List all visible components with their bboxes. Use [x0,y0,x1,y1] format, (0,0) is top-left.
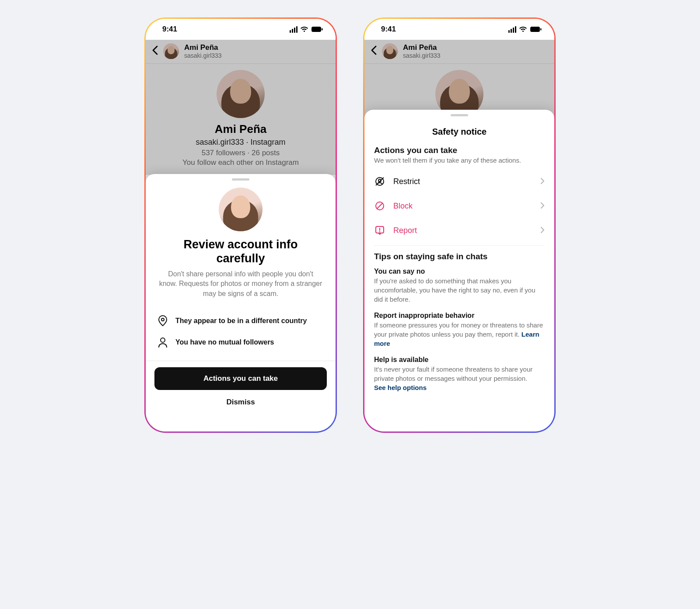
block-label: Block [393,202,532,211]
dismiss-button[interactable]: Dismiss [154,390,327,409]
review-sheet: Review account info carefully Don't shar… [146,174,336,432]
actions-section: Actions you can take We won't tell them … [364,146,554,392]
report-label: Report [393,226,532,235]
sheet-grabber[interactable] [451,114,468,116]
profile-block: Ami Peña sasaki.girl333 · Instagram 537 … [146,64,336,175]
status-bar: 9:41 [364,19,554,40]
tip-body: If you're asked to do something that mak… [374,276,545,304]
tip-title: You can say no [374,268,545,275]
phone-left: 9:41 Ami Peña sasaki.girl333 [144,17,337,433]
fact-text: You have no mutual followers [175,338,274,346]
cellular-icon [508,26,516,33]
profile-display-name: Ami Peña [154,122,328,136]
person-icon [157,337,168,348]
svg-rect-1 [322,28,323,31]
header-text[interactable]: Ami Peña sasaki.girl333 [403,43,441,59]
fact-row-location: They appear to be in a different country [157,310,324,332]
chat-header: Ami Peña sasaki.girl333 [364,40,554,64]
tip-say-no: You can say no If you're asked to do som… [374,268,545,304]
back-icon[interactable] [152,45,158,57]
back-icon[interactable] [371,45,377,57]
phone-right: 9:41 Ami Peña sasaki.girl333 [363,17,556,433]
svg-point-3 [161,338,165,342]
see-help-link[interactable]: See help options [374,384,427,391]
header-display-name: Ami Peña [403,43,441,52]
svg-point-2 [161,318,164,321]
chat-header: Ami Peña sasaki.girl333 [146,40,336,64]
status-time: 9:41 [162,25,177,34]
status-right [290,26,323,33]
battery-icon [530,26,542,32]
tips-header: Tips on staying safe in chats [374,252,545,261]
wifi-icon [300,26,308,32]
cellular-icon [290,26,298,33]
profile-stats-line: 537 followers · 26 posts [154,149,328,157]
safety-sheet: Safety notice Actions you can take We wo… [364,110,554,432]
svg-rect-5 [540,28,542,31]
avatar[interactable] [382,43,398,59]
actions-button[interactable]: Actions you can take [154,367,327,390]
sheet-avatar [219,188,262,231]
phone-screen: 9:41 Ami Peña sasaki.girl333 [146,19,336,432]
fact-row-mutuals: You have no mutual followers [157,332,324,353]
report-icon [374,225,385,236]
restrict-icon [374,176,385,187]
tip-title: Report inappropriate behavior [374,312,545,320]
review-description: Don't share personal info with people yo… [146,269,336,299]
review-facts: They appear to be in a different country… [146,299,336,361]
restrict-row[interactable]: Restrict [374,169,545,194]
avatar-large[interactable] [217,70,265,118]
report-row[interactable]: Report [374,218,545,243]
chevron-right-icon [540,201,545,211]
avatar[interactable] [163,43,179,59]
tip-title: Help is available [374,356,545,364]
battery-icon [311,26,323,32]
tip-body: If someone pressures you for money or th… [374,320,545,348]
profile-follow-line: You follow each other on Instagram [154,158,328,167]
review-title: Review account info carefully [146,231,336,269]
chevron-right-icon [540,177,545,187]
status-right [508,26,542,33]
fact-text: They appear to be in a different country [175,317,307,325]
header-username: sasaki.girl333 [184,52,222,59]
safety-title: Safety notice [364,123,554,146]
sheet-footer: Actions you can take Dismiss [146,361,336,409]
svg-rect-4 [530,27,540,32]
block-row[interactable]: Block [374,194,545,218]
wifi-icon [519,26,527,32]
profile-username-line: sasaki.girl333 · Instagram [154,138,328,147]
tip-help: Help is available It's never your fault … [374,356,545,392]
chevron-right-icon [540,226,545,236]
actions-header: Actions you can take [374,146,545,155]
sheet-grabber[interactable] [232,178,249,181]
svg-line-10 [377,203,383,209]
svg-point-13 [379,231,380,232]
restrict-label: Restrict [393,177,532,186]
header-text[interactable]: Ami Peña sasaki.girl333 [184,43,222,59]
svg-rect-0 [312,27,321,32]
header-username: sasaki.girl333 [403,52,441,59]
block-icon [374,201,385,211]
tip-report: Report inappropriate behavior If someone… [374,312,545,348]
location-pin-icon [157,315,168,327]
status-time: 9:41 [381,25,396,34]
header-display-name: Ami Peña [184,43,222,52]
actions-subtext: We won't tell them if you take any of th… [374,156,545,165]
tip-body: It's never your fault if someone threate… [374,365,545,392]
status-bar: 9:41 [146,19,336,40]
phone-screen: 9:41 Ami Peña sasaki.girl333 [364,19,554,432]
divider [374,245,545,246]
